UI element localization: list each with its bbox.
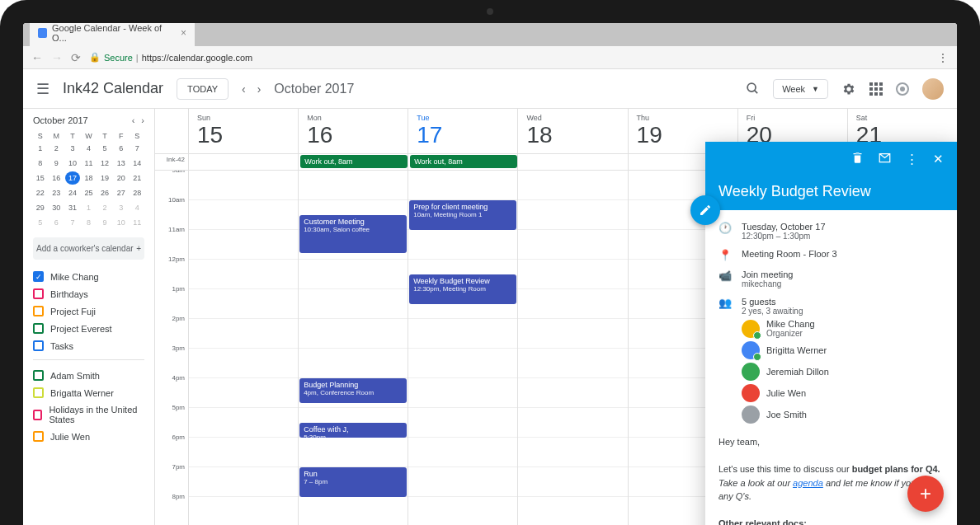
minical-day[interactable]: 3 [65,142,80,155]
guest-item[interactable]: Mike ChangOrganizer [742,319,944,338]
minical-day[interactable]: 26 [97,186,112,199]
minical-day[interactable]: 7 [65,216,80,229]
minical-day[interactable]: 15 [33,171,48,185]
calendar-checkbox[interactable] [33,340,44,351]
reload-button[interactable]: ⟳ [71,51,81,64]
calendar-checkbox[interactable] [33,288,44,299]
calendar-event[interactable]: Coffee with J,5:30pm [299,423,407,438]
calendar-event[interactable]: Prep for client meeting10am, Meeting Roo… [409,200,516,230]
minical-day[interactable]: 17 [65,171,80,185]
browser-tab[interactable]: Google Calendar - Week of O... × [30,20,195,46]
plus-icon[interactable]: + [136,244,141,253]
day-column[interactable] [188,171,298,525]
calendar-item[interactable]: Birthdays [33,285,144,302]
minical-day[interactable]: 2 [97,201,112,214]
create-event-button[interactable]: + [907,476,944,512]
calendar-event[interactable]: Budget Planning4pm, Conference Room [299,378,407,403]
day-column[interactable]: Prep for client meeting10am, Meeting Roo… [408,171,517,525]
minical-day[interactable]: 3 [114,201,129,214]
browser-menu-icon[interactable]: ⋮ [937,51,949,64]
minical-day[interactable]: 6 [49,216,64,229]
calendar-event[interactable]: Weekly Budget Review12:30pm, Meeting Roo… [409,274,516,304]
minical-day[interactable]: 20 [114,171,129,185]
minical-day[interactable]: 4 [82,142,97,155]
calendar-event[interactable]: Run7 – 8pm [299,467,407,497]
calendar-item[interactable]: Adam Smith [33,367,144,384]
minical-day[interactable]: 19 [97,171,112,185]
minical-day[interactable]: 12 [97,157,112,170]
menu-icon[interactable]: ☰ [36,80,49,98]
minical-day[interactable]: 1 [82,201,97,214]
more-icon[interactable]: ⋮ [906,152,918,166]
notifications-icon[interactable] [896,82,909,96]
calendar-item[interactable]: Holidays in the United States [33,401,144,428]
minical-day[interactable]: 16 [49,171,64,185]
add-coworker-input[interactable]: Add a coworker's calendar + [33,237,144,260]
minical-day[interactable]: 8 [33,157,48,170]
back-button[interactable]: ← [31,51,43,64]
minical-day[interactable]: 11 [82,157,97,170]
minical-day[interactable]: 28 [130,186,144,199]
calendar-checkbox[interactable]: ✓ [33,271,44,282]
minical-day[interactable]: 25 [82,186,97,199]
minical-day[interactable]: 29 [33,201,48,214]
search-icon[interactable] [746,82,760,96]
edit-button[interactable] [690,195,720,225]
minical-day[interactable]: 22 [33,186,48,199]
calendar-checkbox[interactable] [33,306,44,316]
minical-day[interactable]: 31 [65,201,80,214]
event-workout-tue[interactable]: Work out, 8am [410,155,517,168]
email-icon[interactable] [879,152,891,166]
calendar-item[interactable]: Project Fuji [33,302,144,320]
minical-day[interactable]: 23 [49,186,64,199]
day-column[interactable] [517,171,627,525]
join-meeting-link[interactable]: Join meeting [742,270,944,279]
calendar-checkbox[interactable] [33,410,42,420]
mini-calendar[interactable]: SMTWTFS123456789101112131415161718192021… [33,132,144,229]
minical-day[interactable]: 4 [130,201,144,214]
calendar-checkbox[interactable] [33,370,44,381]
view-selector[interactable]: Week ▼ [773,79,828,99]
guest-item[interactable]: Julie Wen [742,384,944,402]
minical-day[interactable]: 21 [130,171,144,185]
minical-day[interactable]: 11 [130,216,144,229]
minical-day[interactable]: 7 [130,142,144,155]
guest-item[interactable]: Joe Smith [742,405,944,424]
minical-day[interactable]: 6 [114,142,129,155]
event-workout-mon[interactable]: Work out, 8am [300,155,408,168]
day-column[interactable]: Customer Meeting10:30am, Salon coffeeBud… [298,171,408,525]
calendar-item[interactable]: Julie Wen [33,428,144,445]
calendar-checkbox[interactable] [33,387,44,398]
minical-day[interactable]: 30 [49,201,64,214]
account-avatar[interactable] [922,78,944,100]
calendar-item[interactable]: ✓Mike Chang [33,268,144,285]
close-tab-icon[interactable]: × [181,27,186,39]
calendar-item[interactable]: Tasks [33,337,144,354]
guest-item[interactable]: Jeremiah Dillon [742,363,944,381]
minical-day[interactable]: 24 [65,186,80,199]
minical-day[interactable]: 18 [82,171,97,185]
settings-icon[interactable] [841,82,856,96]
address-bar[interactable]: 🔒 Secure | https://calendar.google.com [89,52,929,63]
minical-day[interactable]: 10 [114,216,129,229]
calendar-checkbox[interactable] [33,431,44,442]
minical-day[interactable]: 1 [33,142,48,155]
calendar-item[interactable]: Brigatta Werner [33,384,144,401]
minical-day[interactable]: 8 [82,216,97,229]
prev-week-button[interactable]: ‹ [242,82,246,96]
day-header[interactable]: Sun15 [188,109,298,153]
guest-item[interactable]: Brigitta Werner [742,341,944,359]
apps-icon[interactable] [869,82,883,96]
minical-next[interactable]: › [141,115,144,125]
minical-day[interactable]: 27 [114,186,129,199]
day-header[interactable]: Wed18 [517,109,627,153]
minical-day[interactable]: 5 [33,216,48,229]
minical-prev[interactable]: ‹ [132,115,135,125]
calendar-item[interactable]: Project Everest [33,320,144,337]
calendar-checkbox[interactable] [33,323,44,334]
minical-day[interactable]: 9 [49,157,64,170]
minical-day[interactable]: 14 [130,157,144,170]
minical-day[interactable]: 9 [97,216,112,229]
day-header[interactable]: Tue17 [408,109,517,153]
minical-day[interactable]: 5 [97,142,112,155]
